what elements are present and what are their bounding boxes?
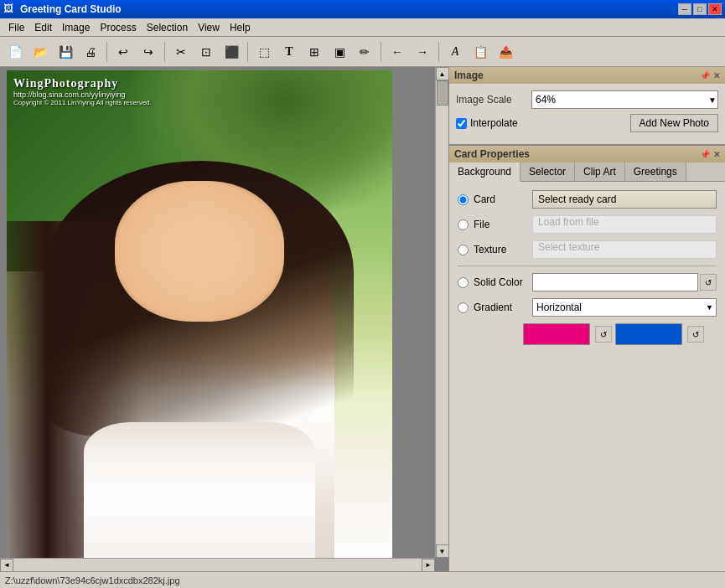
scroll-right-button[interactable]: ► xyxy=(422,559,435,572)
interpolate-checkbox[interactable] xyxy=(456,118,467,129)
gradient-label: Gradient xyxy=(474,302,532,313)
face-layer xyxy=(115,181,284,322)
text-button[interactable]: T xyxy=(277,40,301,64)
card-panel-pin[interactable]: 📌 xyxy=(700,150,710,159)
solid-color-radio-row: Solid Color ↺ xyxy=(458,273,717,291)
tab-selector[interactable]: Selector xyxy=(520,162,575,181)
app-icon: 🖼 xyxy=(3,3,17,16)
menu-edit[interactable]: Edit xyxy=(29,20,57,35)
card-panel-close[interactable]: ✕ xyxy=(713,150,720,159)
panel-divider xyxy=(458,266,717,266)
solid-color-label: Solid Color xyxy=(474,276,532,288)
scroll-up-button[interactable]: ▲ xyxy=(436,67,449,80)
menu-file[interactable]: File xyxy=(3,20,29,35)
horizontal-scrollbar[interactable]: ◄ ► xyxy=(0,558,435,571)
menu-help[interactable]: Help xyxy=(225,20,256,35)
font-button[interactable]: A xyxy=(443,40,467,64)
interpolate-row: Interpolate Add New Photo xyxy=(456,114,718,132)
image-panel-title: Image xyxy=(454,70,484,81)
export-button[interactable]: 📤 xyxy=(494,40,517,64)
gradient-color2-reset[interactable]: ↺ xyxy=(687,326,704,343)
status-path: Z:\uzzf\down\73e94c6cjw1dxcdbx282kj.jpg xyxy=(5,575,180,585)
paste-button[interactable]: ⬛ xyxy=(220,40,243,64)
file-radio-label: File xyxy=(474,219,532,230)
card-panel-actions: 📌 ✕ xyxy=(700,150,720,159)
redo-button[interactable]: ↪ xyxy=(137,40,160,64)
frame-button[interactable]: ⬚ xyxy=(252,40,276,64)
clothing-layer xyxy=(84,422,315,571)
gradient-select[interactable]: Horizontal Vertical Diagonal Radial xyxy=(532,298,717,317)
card-properties-panel: Card Properties 📌 ✕ Background Selector … xyxy=(449,146,725,571)
texture-radio-row: Texture Select texture xyxy=(458,240,717,259)
image-canvas: WingPhotography http://blog.sina.com.cn/… xyxy=(7,70,392,571)
undo-button[interactable]: ↩ xyxy=(111,40,135,64)
image-scale-label: Image Scale xyxy=(456,94,531,106)
menu-bar: File Edit Image Process Selection View H… xyxy=(0,18,725,37)
save-button[interactable]: 💾 xyxy=(54,40,77,64)
solid-color-radio[interactable] xyxy=(458,277,469,288)
print-button[interactable]: 🖨 xyxy=(79,40,102,64)
menu-process[interactable]: Process xyxy=(95,20,141,35)
menu-view[interactable]: View xyxy=(193,20,225,35)
gradient-radio[interactable] xyxy=(458,302,469,313)
draw-button[interactable]: ✏ xyxy=(353,40,376,64)
toolbar: 📄 📂 💾 🖨 ↩ ↪ ✂ ⊡ ⬛ ⬚ T ⊞ ▣ ✏ ← → A 📋 📤 xyxy=(0,37,725,67)
texture-radio[interactable] xyxy=(458,245,469,255)
watermark-copyright: Copyright © 2011 LinYiying All rights re… xyxy=(13,99,152,106)
solid-color-reset[interactable]: ↺ xyxy=(700,274,717,291)
minimize-button[interactable]: ─ xyxy=(678,3,691,15)
tab-greetings[interactable]: Greetings xyxy=(625,162,686,181)
card-radio-row: Card Select ready card xyxy=(458,190,717,209)
gradient-color2-swatch[interactable] xyxy=(615,323,682,345)
image-scale-select[interactable]: 50% 64% 75% 100% 125% 150% 200% xyxy=(531,90,718,109)
panel-pin-button[interactable]: 📌 xyxy=(700,71,710,80)
scroll-down-button[interactable]: ▼ xyxy=(436,544,449,558)
file-radio[interactable] xyxy=(458,219,469,230)
tab-bar: Background Selector Clip Art Greetings xyxy=(449,162,725,182)
image-panel-content: Image Scale 50% 64% 75% 100% 125% 150% 2… xyxy=(449,84,725,144)
background-tab-content: Card Select ready card File Load from fi… xyxy=(449,182,725,357)
image-scale-row: Image Scale 50% 64% 75% 100% 125% 150% 2… xyxy=(456,90,718,109)
select-texture-button-disabled: Select texture xyxy=(532,240,717,259)
menu-selection[interactable]: Selection xyxy=(142,20,193,35)
copy-button[interactable]: ⊡ xyxy=(194,40,218,64)
solid-color-swatch[interactable] xyxy=(532,273,698,291)
arrow-left-button[interactable]: ← xyxy=(386,40,409,64)
menu-image[interactable]: Image xyxy=(57,20,95,35)
toolbar-separator-4 xyxy=(381,42,381,62)
select-card-button[interactable]: Select ready card xyxy=(532,190,717,209)
scroll-thumb-v[interactable] xyxy=(437,80,448,106)
load-file-button-disabled: Load from file xyxy=(532,215,717,234)
watermark-site: WingPhotography xyxy=(13,77,152,90)
gradient-colors-row: ↺ ↺ xyxy=(458,323,717,345)
toolbar-separator-3 xyxy=(247,42,248,62)
new-button[interactable]: 📄 xyxy=(3,40,27,64)
photo-container: WingPhotography http://blog.sina.com.cn/… xyxy=(7,70,392,571)
maximize-button[interactable]: □ xyxy=(693,3,707,15)
tab-clipart[interactable]: Clip Art xyxy=(575,162,625,181)
add-photo-button[interactable]: Add New Photo xyxy=(630,114,718,132)
watermark-url: http://blog.sina.com.cn/yylinyiying xyxy=(13,90,152,99)
scroll-track-h[interactable] xyxy=(13,559,422,571)
scroll-left-button[interactable]: ◄ xyxy=(0,559,13,572)
tab-background[interactable]: Background xyxy=(449,162,520,182)
texture-radio-label: Texture xyxy=(474,244,532,255)
open-button[interactable]: 📂 xyxy=(28,40,52,64)
document-button[interactable]: 📋 xyxy=(469,40,492,64)
toolbar-separator-1 xyxy=(106,42,107,62)
scroll-track-v[interactable] xyxy=(436,80,448,544)
arrow-right-button[interactable]: → xyxy=(411,40,434,64)
border-button[interactable]: ▣ xyxy=(328,40,351,64)
align-button[interactable]: ⊞ xyxy=(303,40,326,64)
gradient-color1-reset[interactable]: ↺ xyxy=(595,326,612,343)
cut-button[interactable]: ✂ xyxy=(169,40,193,64)
image-panel: Image 📌 ✕ Image Scale 50% 64% 75% 100% xyxy=(449,67,725,146)
gradient-color1-swatch[interactable] xyxy=(523,323,590,345)
panel-title-actions: 📌 ✕ xyxy=(700,71,720,80)
vertical-scrollbar[interactable]: ▲ ▼ xyxy=(435,67,448,558)
window-title: Greeting Card Studio xyxy=(20,3,678,15)
image-panel-close[interactable]: ✕ xyxy=(713,71,720,80)
close-button[interactable]: ✕ xyxy=(708,3,722,15)
image-scale-select-wrapper: 50% 64% 75% 100% 125% 150% 200% ▼ xyxy=(531,90,718,109)
card-radio[interactable] xyxy=(458,194,469,205)
